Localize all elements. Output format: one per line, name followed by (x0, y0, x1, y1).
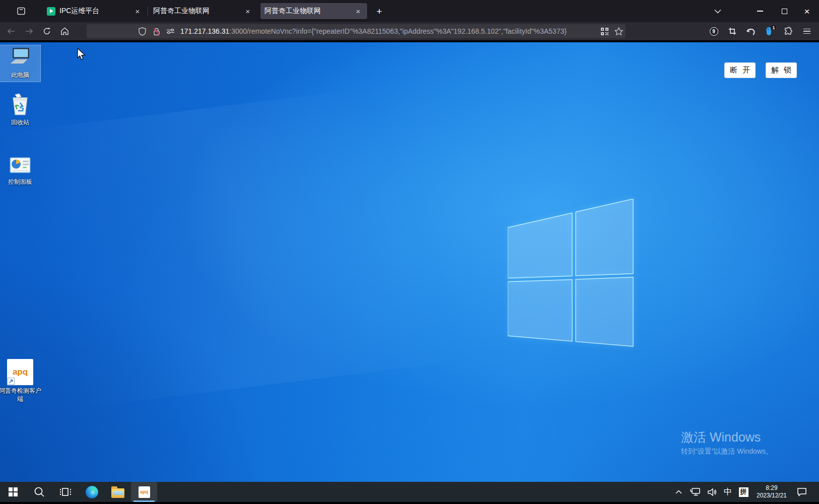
action-center-button[interactable] (792, 482, 812, 502)
taskbar-apq-button[interactable]: apq (131, 482, 157, 502)
lock-insecure-icon (152, 27, 161, 36)
tab-title: 阿普奇工业物联网 (153, 7, 243, 16)
back-button[interactable] (4, 24, 18, 38)
star-icon (615, 27, 623, 35)
extensions-button[interactable] (781, 24, 795, 38)
action-center-icon (797, 487, 807, 496)
minimize-icon (757, 11, 763, 12)
url-host: 171.217.136.31 (180, 27, 229, 35)
qr-code-icon (601, 28, 608, 35)
play-favicon-icon (47, 7, 55, 16)
shield-icon (139, 27, 146, 36)
taskbar-edge-button[interactable] (79, 482, 105, 502)
bird-extension-button[interactable]: 1 (763, 24, 777, 38)
activate-windows-watermark: 激活 Windows 转到“设置”以激活 Windows。 (681, 429, 773, 456)
apq-client-icon: apq (7, 359, 33, 385)
vnc-viewport: 此电脑 回收站 (0, 40, 819, 504)
taskbar-search-button[interactable] (26, 482, 52, 502)
connection-security-button[interactable] (149, 24, 163, 38)
task-view-button[interactable] (52, 482, 79, 502)
counter-badge: 9 (710, 27, 718, 36)
desktop-icon-recycle-bin[interactable]: 回收站 (0, 93, 40, 133)
desktop-icon-label: 回收站 (11, 118, 29, 126)
ime-mode-button[interactable]: 拼 (735, 482, 752, 502)
firefox-view-icon (17, 7, 26, 16)
maximize-button[interactable] (774, 0, 794, 22)
watermark-line1: 激活 Windows (681, 429, 773, 446)
edge-browser-icon (86, 486, 98, 498)
remote-desktop[interactable]: 此电脑 回收站 (0, 42, 819, 482)
undo-arrow-icon (746, 28, 756, 35)
back-arrow-icon (7, 28, 15, 35)
control-panel-icon (8, 156, 32, 176)
desktop-icon-this-pc[interactable]: 此电脑 (0, 45, 40, 82)
chevron-up-icon (675, 490, 682, 494)
ime-language-button[interactable]: 中 (720, 482, 735, 502)
volume-button[interactable] (704, 482, 720, 502)
forward-arrow-icon (25, 28, 33, 35)
disconnect-button[interactable]: 断 开 (724, 62, 756, 78)
screenshot-extension-button[interactable] (725, 24, 739, 38)
recycle-bin-icon (8, 93, 32, 117)
forward-button[interactable] (22, 24, 36, 38)
tab-ipc-platform[interactable]: IPC运维平台 × (43, 3, 147, 19)
url-bar[interactable]: 171.217.136.31:3000/remoteNoVnc?info={"r… (87, 24, 626, 38)
list-all-tabs-button[interactable] (708, 0, 728, 22)
tab-close-button[interactable]: × (132, 6, 143, 16)
windows-logo-wallpaper (508, 199, 634, 347)
shortcut-arrow-icon (8, 378, 15, 385)
tab-close-button[interactable]: × (353, 6, 363, 16)
minimize-button[interactable] (750, 0, 770, 22)
maximize-icon (782, 9, 787, 14)
tab-title: IPC运维平台 (59, 7, 132, 16)
chevron-down-icon (714, 9, 721, 14)
desktop-icon-label: 此电脑 (11, 71, 29, 79)
counter-extension-button[interactable]: 9 (707, 24, 721, 38)
url-text[interactable]: 171.217.136.31:3000/remoteNoVnc?info={"r… (180, 27, 597, 35)
tab-apq-iot-1[interactable]: 阿普奇工业物联网 × (149, 3, 257, 19)
clock-time: 8:29 (766, 484, 777, 492)
tray-overflow-button[interactable] (671, 482, 686, 502)
crop-icon (728, 27, 736, 35)
tracking-protection-button[interactable] (135, 24, 149, 38)
network-status-button[interactable] (686, 482, 704, 502)
permissions-button[interactable] (163, 24, 177, 38)
desktop-icon-control-panel[interactable]: 控制面板 (0, 152, 40, 192)
home-icon (60, 27, 69, 35)
taskbar-file-explorer-button[interactable] (105, 482, 131, 502)
desktop-icon-label: 控制面板 (8, 178, 32, 186)
speaker-icon (707, 488, 717, 496)
puzzle-piece-icon (784, 27, 793, 36)
unlock-button[interactable]: 解 锁 (766, 62, 797, 78)
taskbar-clock[interactable]: 8:29 2023/12/21 (752, 482, 792, 502)
reload-button[interactable] (40, 24, 54, 38)
apq-taskbar-icon: apq (139, 486, 150, 498)
windows-taskbar: apq (0, 482, 819, 502)
home-button[interactable] (57, 24, 72, 38)
url-path: :3000/remoteNoVnc?info={"repeaterID"%3A8… (229, 27, 567, 35)
pinyin-ime-icon: 拼 (739, 487, 748, 497)
undo-extension-button[interactable] (744, 24, 758, 38)
reload-icon (43, 27, 51, 35)
firefox-view-button[interactable] (15, 5, 27, 17)
task-view-icon (59, 487, 72, 497)
clock-date: 2023/12/21 (757, 492, 787, 499)
system-tray: 中 拼 8:29 2023/12/21 (671, 482, 812, 502)
bookmark-star-button[interactable] (611, 24, 626, 38)
tab-close-button[interactable]: × (243, 6, 253, 16)
windows-start-icon (9, 487, 18, 496)
app-menu-button[interactable] (800, 24, 814, 38)
close-icon: × (804, 7, 809, 16)
apq-logo-text: apq (13, 367, 28, 377)
file-explorer-icon (111, 488, 124, 498)
start-button[interactable] (0, 482, 26, 502)
tab-apq-iot-2-active[interactable]: 阿普奇工业物联网 × (260, 3, 367, 19)
new-tab-button[interactable]: + (373, 5, 386, 18)
network-icon (690, 487, 701, 496)
mouse-cursor (77, 48, 88, 61)
bird-extension-badge: 1 (771, 25, 777, 31)
search-icon (34, 486, 45, 497)
desktop-icon-apq-client[interactable]: apq 阿普奇检测客户端 (0, 359, 40, 407)
qr-code-button[interactable] (597, 24, 611, 38)
window-close-button[interactable]: × (797, 0, 817, 22)
